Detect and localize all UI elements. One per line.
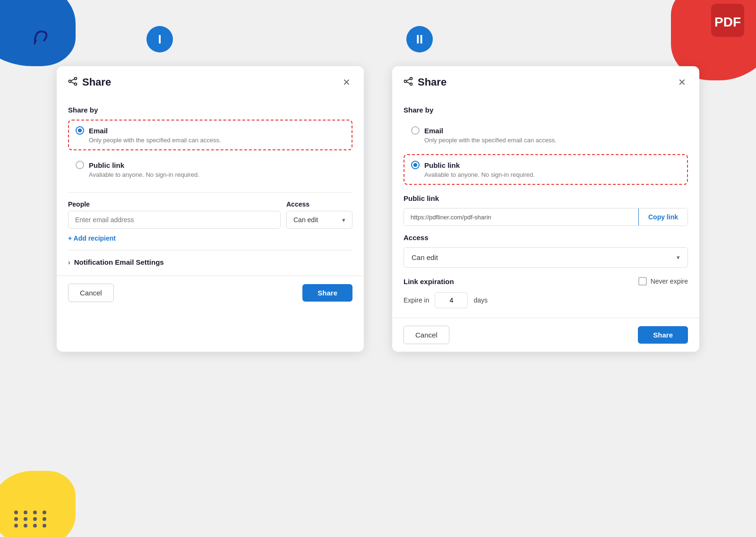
dialog-1-access-label: Access — [286, 200, 352, 208]
dialog-2-share-by-label: Share by — [404, 106, 688, 114]
step-2-bubble: II — [406, 26, 433, 52]
dialog-1-notif-label: Notification Email Settings — [74, 258, 164, 266]
dialog-2-email-desc: Only people with the specified email can… — [424, 137, 680, 144]
dialog-1-email-desc: Only people with the specified email can… — [89, 137, 345, 144]
dialog-1-body: Share by Email Only people with the spec… — [57, 106, 364, 276]
dialog-1-header: Share ✕ — [57, 66, 364, 96]
dialog-2-expire-in-label: Expire in — [404, 296, 429, 304]
svg-point-4 — [69, 80, 71, 82]
dialog-1-notif-chevron: › — [68, 259, 70, 266]
dialog-1-public-link-option[interactable]: Public link Avaliable to anyone. No sign… — [68, 154, 352, 185]
dialog-1-divider-2 — [68, 250, 352, 251]
dialog-2: Share ✕ Share by Email Only people with … — [392, 66, 699, 352]
svg-point-8 — [410, 83, 412, 85]
dialog-1-footer: Cancel Share — [57, 276, 364, 310]
dialog-1-public-link-radio[interactable] — [76, 161, 84, 169]
dialog-2-access-label: Access — [404, 234, 688, 242]
dialog-2-share-button[interactable]: Share — [638, 326, 688, 344]
dialog-1-public-link-title: Public link — [89, 161, 124, 169]
dialog-2-footer: Cancel Share — [392, 318, 699, 352]
dialog-1-people-label: People — [68, 200, 281, 208]
dialog-2-public-link-radio[interactable] — [411, 161, 420, 169]
svg-text:PDF: PDF — [714, 15, 741, 29]
dialog-2-public-link-header: Public link — [411, 161, 680, 169]
dialog-1-cancel-button[interactable]: Cancel — [68, 284, 114, 302]
dots-pattern — [14, 511, 49, 528]
dialog-2-access-select[interactable]: Can edit ▾ — [404, 247, 688, 268]
dialog-2-never-expire-checkbox[interactable] — [638, 277, 647, 286]
svg-line-6 — [71, 82, 75, 84]
share-icon-2 — [404, 77, 413, 88]
dialog-2-email-radio[interactable] — [411, 126, 420, 135]
dialog-2-public-link-section-label: Public link — [404, 194, 688, 202]
dialog-1-access-group: Access Can edit ▾ — [286, 200, 352, 229]
dialog-2-copy-link-button[interactable]: Copy link — [638, 208, 687, 225]
step-1-bubble: I — [146, 26, 173, 52]
dialog-2-title: Share — [418, 76, 447, 88]
pdf-icon: PDF — [711, 4, 744, 37]
dialog-2-cancel-button[interactable]: Cancel — [404, 326, 449, 344]
dialog-1-title-wrap: Share — [68, 76, 111, 88]
dialog-1-public-link-desc: Avaliable to anyone. No sign-in required… — [89, 171, 345, 178]
dialog-2-access-value: Can edit — [412, 253, 438, 261]
dialog-1-email-header: Email — [76, 126, 345, 135]
dialog-1-email-title: Email — [89, 127, 108, 135]
dialog-1-close-button[interactable]: ✕ — [341, 76, 352, 89]
svg-point-7 — [410, 77, 412, 79]
dialog-1-people-access-row: People Access Can edit ▾ — [68, 200, 352, 229]
dialog-1-notification-settings[interactable]: › Notification Email Settings — [68, 258, 352, 266]
dialog-1-public-link-header: Public link — [76, 161, 345, 169]
dialog-1-people-group: People — [68, 200, 281, 229]
dialog-1-email-input[interactable] — [68, 211, 281, 229]
dialog-2-link-expiration-row: Link expiration Never expire — [404, 277, 688, 286]
dialog-2-link-expiration-label: Link expiration — [404, 277, 454, 286]
dialog-1-share-button[interactable]: Share — [302, 284, 352, 302]
dialog-1-access-value: Can edit — [293, 216, 318, 224]
dialog-1-access-select[interactable]: Can edit ▾ — [286, 211, 352, 229]
dialog-1-divider-1 — [68, 192, 352, 193]
dialog-2-title-wrap: Share — [404, 76, 447, 88]
dialog-2-email-header: Email — [411, 126, 680, 135]
dialog-1-email-option[interactable]: Email Only people with the specified ema… — [68, 120, 352, 150]
dialog-1-access-chevron: ▾ — [342, 217, 345, 224]
dialog-1-share-by-label: Share by — [68, 106, 352, 114]
svg-line-5 — [71, 79, 75, 81]
dialog-2-close-button[interactable]: ✕ — [676, 76, 688, 89]
dialog-1-title: Share — [82, 76, 111, 88]
dialog-2-public-link-row: Copy link — [404, 208, 688, 226]
dialog-2-days-label: days — [473, 296, 488, 304]
dialog-2-public-link-option[interactable]: Public link Avaliable to anyone. No sign… — [404, 154, 688, 185]
share-icon-1 — [68, 77, 77, 88]
svg-point-2 — [75, 77, 77, 79]
dialog-1-add-recipient-link[interactable]: + Add recipient — [68, 234, 116, 242]
dialog-2-expire-in-row: Expire in days — [404, 292, 688, 308]
dialog-2-header: Share ✕ — [392, 66, 699, 96]
dialog-1: Share ✕ Share by Email Only people with … — [57, 66, 364, 352]
dialog-2-body: Share by Email Only people with the spec… — [392, 106, 699, 318]
dialog-2-access-chevron: ▾ — [677, 254, 680, 261]
dialog-2-never-expire-wrap: Never expire — [638, 277, 688, 286]
dialog-2-expire-days-input[interactable] — [435, 292, 468, 308]
svg-point-9 — [404, 80, 407, 82]
dialog-2-email-option[interactable]: Email Only people with the specified ema… — [404, 120, 688, 150]
dialog-2-public-link-desc: Avaliable to anyone. No sign-in required… — [424, 171, 680, 178]
svg-line-11 — [406, 82, 410, 84]
dialogs-container: Share ✕ Share by Email Only people with … — [57, 66, 699, 352]
dialog-2-public-link-title: Public link — [424, 161, 460, 169]
svg-line-10 — [406, 79, 410, 81]
dialog-1-email-radio[interactable] — [76, 126, 84, 135]
dialog-2-email-title: Email — [424, 127, 443, 135]
dialog-2-never-expire-label: Never expire — [651, 277, 688, 285]
svg-point-3 — [75, 83, 77, 85]
dialog-2-public-link-input[interactable] — [404, 208, 638, 225]
